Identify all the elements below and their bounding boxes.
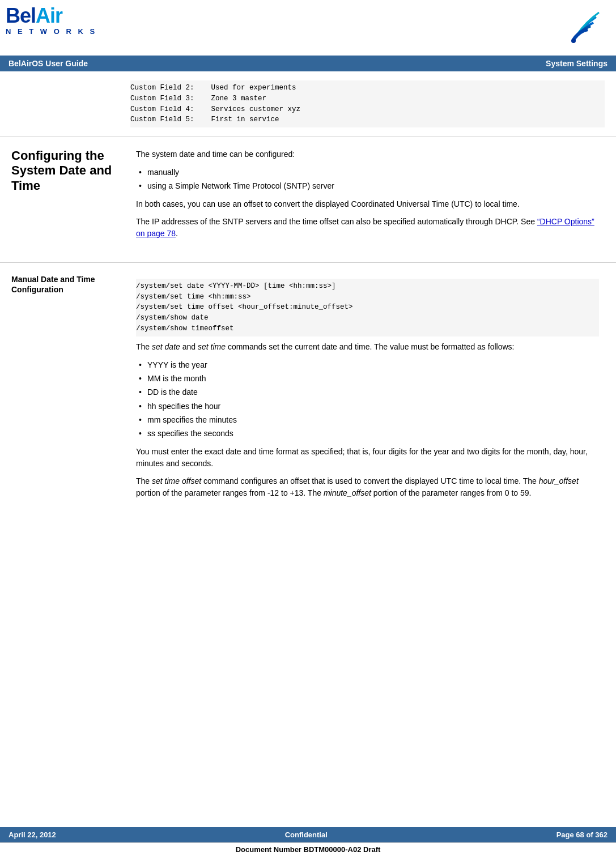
footer-bar: April 22, 2012 Confidential Page 68 of 3… — [0, 827, 616, 842]
top-code-block: Custom Field 2: Used for experiments Cus… — [130, 80, 605, 127]
logo-area: BelAir N E T W O R K S — [6, 6, 97, 36]
footer-doc-number: Document Number BDTM00000-A02 Draft — [0, 842, 616, 856]
belair-logo: BelAir — [6, 6, 97, 26]
top-code-section: Custom Field 2: Used for experiments Cus… — [0, 71, 616, 137]
section1-intro: The system date and time can be configur… — [136, 148, 599, 160]
para1-after: commands set the current date and time. … — [226, 342, 514, 351]
section1-para2-before: The IP addresses of the SNTP servers and… — [136, 217, 537, 226]
nav-bar: BelAirOS User Guide System Settings — [0, 56, 616, 71]
para1-mid: and — [180, 342, 198, 351]
section1-heading: Configuring the System Date and Time — [11, 148, 122, 193]
footer-page: Page 68 of 362 — [556, 831, 607, 839]
section1-content: The system date and time can be configur… — [130, 143, 616, 251]
footer: April 22, 2012 Confidential Page 68 of 3… — [0, 827, 616, 856]
section2-heading-col: Manual Date and Time Configuration — [0, 269, 130, 510]
logo-networks: N E T W O R K S — [6, 27, 97, 36]
format-bullet-item: hh specifies the hour — [136, 400, 599, 412]
section1-bullets: manuallyusing a Simple Network Time Prot… — [136, 166, 599, 193]
para3-p3: portion of the parameter ranges from -12… — [136, 488, 324, 497]
section-configuring: Configuring the System Date and Time The… — [0, 137, 616, 251]
svg-point-0 — [571, 39, 576, 43]
format-bullets: YYYY is the yearMM is the monthDD is the… — [136, 359, 599, 440]
format-bullet-item: DD is the date — [136, 386, 599, 398]
section-manual-date: Manual Date and Time Configuration /syst… — [0, 262, 616, 510]
section1-para2-after: . — [176, 229, 178, 238]
para3-p1: The — [136, 476, 152, 486]
format-bullet-item: MM is the month — [136, 372, 599, 385]
section1-para2: The IP addresses of the SNTP servers and… — [136, 216, 599, 240]
format-bullet-item: YYYY is the year — [136, 359, 599, 371]
nav-left: BelAirOS User Guide — [9, 59, 88, 68]
logo-air: Air — [36, 4, 62, 27]
footer-date: April 22, 2012 — [9, 831, 56, 839]
format-bullet-item: ss specifies the seconds — [136, 427, 599, 440]
section1-heading-col: Configuring the System Date and Time — [0, 143, 130, 251]
bullet-item: using a Simple Network Time Protocol (SN… — [136, 180, 599, 192]
section2-heading: Manual Date and Time Configuration — [11, 274, 122, 295]
para3-p2: command configures an offset that is use… — [201, 476, 539, 486]
cmd-set-date: set date — [152, 342, 180, 351]
footer-confidential: Confidential — [285, 831, 328, 839]
section2-para1: The set date and set time commands set t… — [136, 341, 599, 353]
para3-p4: portion of the parameter ranges from 0 t… — [371, 488, 532, 497]
section2-para2: You must enter the exact date and time f… — [136, 446, 599, 470]
brand-icon — [542, 6, 605, 50]
section2-para3: The set time offset command configures a… — [136, 475, 599, 499]
cmd-set-time: set time — [198, 342, 226, 351]
format-bullet-item: mm specifies the minutes — [136, 414, 599, 426]
cmd-hour-offset: hour_offset — [539, 476, 579, 486]
logo-bel: Bel — [6, 4, 36, 27]
section1-para1: In both cases, you can use an offset to … — [136, 198, 599, 210]
para1-before: The — [136, 342, 152, 351]
cmd-set-time-offset: set time offset — [152, 476, 201, 486]
section2-content: /system/set date <YYYY-MM-DD> [time <hh:… — [130, 269, 616, 510]
cmd-minute-offset: minute_offset — [324, 488, 371, 497]
header: BelAir N E T W O R K S — [0, 0, 616, 56]
nav-right: System Settings — [546, 59, 607, 68]
section2-code-block: /system/set date <YYYY-MM-DD> [time <hh:… — [136, 279, 599, 337]
bullet-item: manually — [136, 166, 599, 178]
